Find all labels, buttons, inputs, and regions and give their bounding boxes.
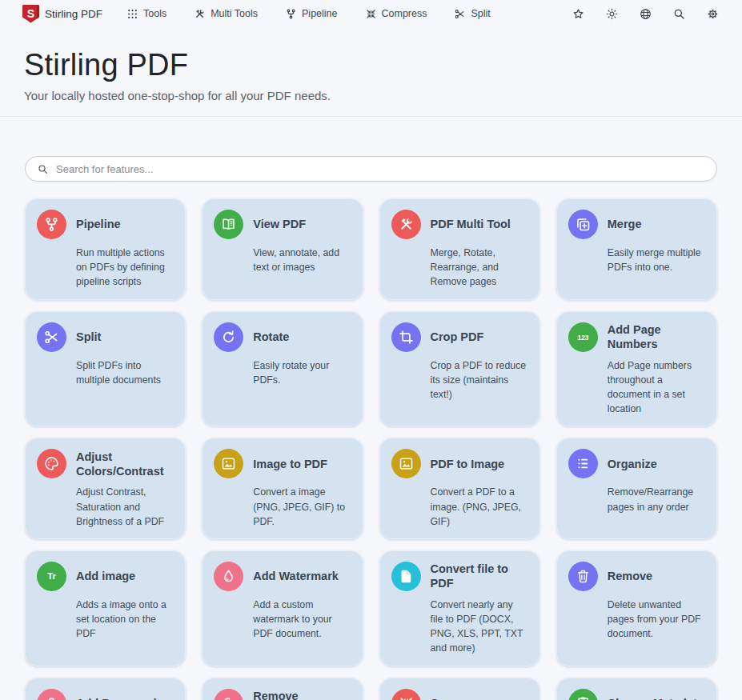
tool-card-remove-password[interactable]: Remove Password Remove password protecti… [202, 678, 363, 700]
globe-icon[interactable] [639, 7, 652, 21]
card-title: Add Page Numbers [608, 322, 705, 351]
tool-card-pdf-multi-tool[interactable]: PDF Multi Tool Merge, Rotate, Rearrange,… [379, 198, 540, 300]
card-description: Run multiple actions on PDFs by defining… [76, 246, 174, 290]
card-description: Adds a image onto a set location on the … [76, 598, 174, 642]
card-title: Add Password [76, 696, 157, 700]
card-title: Convert file to PDF [431, 562, 528, 590]
text-icon: Tr [37, 562, 66, 591]
search-input[interactable] [56, 163, 705, 175]
brand-home-link[interactable]: S Stirling PDF [22, 5, 102, 23]
compress-icon [365, 8, 377, 20]
card-description: Remove/Rearrange pages in any order [608, 485, 705, 514]
search-icon[interactable] [672, 7, 686, 21]
card-title: Add Watermark [253, 569, 339, 583]
nav-actions [572, 7, 720, 21]
palette-icon [37, 449, 66, 478]
tool-card-change-metadata[interactable]: Change Metadata Change/Remove/Add metada… [556, 678, 717, 700]
card-title: Adjust Colors/Contrast [76, 450, 174, 478]
tool-card-pdf-to-image[interactable]: PDF to Image Convert a PDF to a image. (… [379, 438, 540, 539]
file-icon [391, 562, 421, 591]
tool-card-add-image[interactable]: Tr Add image Adds a image onto a set loc… [25, 550, 186, 666]
tool-card-pipeline[interactable]: Pipeline Run multiple actions on PDFs by… [25, 198, 186, 300]
unlock-icon [214, 689, 243, 700]
trash-icon [568, 562, 598, 591]
tool-card-crop-pdf[interactable]: Crop PDF Crop a PDF to reduce its size (… [379, 311, 540, 427]
book-icon [214, 210, 243, 239]
nav-item-label: Multi Tools [211, 8, 258, 19]
feature-search [25, 156, 717, 182]
tool-card-grid: Pipeline Run multiple actions on PDFs by… [25, 198, 717, 700]
card-title: Change Metadata [608, 696, 704, 700]
nav-item-label: Split [471, 8, 490, 19]
card-title: Crop PDF [431, 330, 484, 344]
nav-menu: Tools Multi Tools Pipeline Compress Spli… [126, 8, 491, 20]
card-title: Merge [608, 217, 642, 231]
card-title: View PDF [253, 217, 306, 231]
card-description: Easily rotate your PDFs. [253, 358, 351, 387]
tool-card-add-password[interactable]: Add Password Encrypt your PDF document w… [25, 678, 186, 700]
stirling-pdf-home: S Stirling PDF Tools Multi Tools Pipelin… [0, 0, 742, 700]
nav-item-multi-tools[interactable]: Multi Tools [194, 8, 258, 20]
list-icon [568, 449, 598, 478]
page-title: Stirling PDF [24, 48, 718, 82]
card-title: Organize [608, 457, 657, 471]
tool-card-merge[interactable]: Merge Easily merge multiple PDFs into on… [556, 198, 717, 300]
apps-icon [126, 8, 138, 20]
scissors-icon [454, 8, 466, 20]
tool-card-add-watermark[interactable]: Add Watermark Add a custom watermark to … [202, 550, 363, 666]
droplet-icon [214, 562, 243, 591]
tool-card-rotate[interactable]: Rotate Easily rotate your PDFs. [202, 311, 363, 427]
tool-card-split[interactable]: Split Split PDFs into multiple documents [25, 311, 186, 427]
sun-icon[interactable] [605, 7, 619, 21]
tool-card-view-pdf[interactable]: View PDF View, annotate, add text or ima… [202, 198, 363, 300]
nav-item-compress[interactable]: Compress [365, 8, 427, 20]
image-icon [391, 449, 421, 478]
card-description: View, annotate, add text or images [253, 246, 351, 274]
crop-icon [391, 322, 421, 352]
tool-card-add-page-numbers[interactable]: 123 Add Page Numbers Add Page numbers th… [556, 311, 717, 427]
merge-icon [568, 210, 598, 239]
tool-card-organize[interactable]: Organize Remove/Rearrange pages in any o… [556, 438, 717, 539]
clipboard-icon [568, 689, 598, 700]
tool-card-compress[interactable]: Compress Compress PDFs to reduce their f… [379, 678, 540, 700]
card-description: Convert a image (PNG, JPEG, GIF) to PDF. [253, 485, 351, 529]
nav-item-split[interactable]: Split [454, 8, 490, 20]
compress-icon [391, 689, 421, 700]
pipeline-icon [37, 210, 66, 239]
card-title: Remove Password [253, 689, 351, 700]
nav-item-label: Compress [382, 8, 427, 19]
tool-card-adjust-colors-contrast[interactable]: Adjust Colors/Contrast Adjust Contrast, … [25, 438, 186, 539]
tool-card-remove[interactable]: Remove Delete unwanted pages from your P… [556, 550, 717, 666]
card-title: Rotate [253, 330, 289, 344]
card-description: Split PDFs into multiple documents [76, 358, 174, 387]
nav-item-label: Tools [143, 8, 166, 19]
rotate-icon [214, 322, 243, 352]
stirling-logo-icon: S [22, 5, 39, 23]
card-description: Adjust Contrast, Saturation and Brightne… [76, 485, 174, 529]
gear-icon[interactable] [706, 7, 720, 21]
star-icon[interactable] [572, 7, 585, 21]
tool-card-image-to-pdf[interactable]: Image to PDF Convert a image (PNG, JPEG,… [202, 438, 363, 539]
card-description: Add a custom watermark to your PDF docum… [253, 598, 351, 642]
search-icon [37, 163, 49, 175]
card-title: Split [76, 330, 101, 344]
tool-card-convert-file-to-pdf[interactable]: Convert file to PDF Convert nearly any f… [379, 550, 540, 666]
top-navbar: S Stirling PDF Tools Multi Tools Pipelin… [0, 0, 742, 26]
card-description: Crop a PDF to reduce its size (maintains… [431, 358, 528, 402]
nav-item-pipeline[interactable]: Pipeline [285, 8, 337, 20]
card-title: Remove [608, 569, 652, 583]
tools-icon [194, 8, 206, 20]
page-subtitle: Your locally hosted one-stop-shop for al… [24, 89, 718, 102]
nav-item-tools[interactable]: Tools [126, 8, 166, 20]
page-header: Stirling PDF Your locally hosted one-sto… [0, 26, 742, 102]
pipeline-icon [285, 8, 297, 20]
card-description: Easily merge multiple PDFs into one. [608, 246, 705, 274]
numbers-icon: 123 [568, 322, 598, 352]
card-title: Add image [76, 569, 135, 583]
card-title: PDF Multi Tool [431, 217, 511, 231]
card-title: Pipeline [76, 217, 121, 231]
card-title: PDF to Image [431, 457, 505, 471]
svg-text:Tr: Tr [47, 571, 56, 581]
card-description: Merge, Rotate, Rearrange, and Remove pag… [431, 246, 528, 290]
card-title: Compress [431, 696, 487, 700]
